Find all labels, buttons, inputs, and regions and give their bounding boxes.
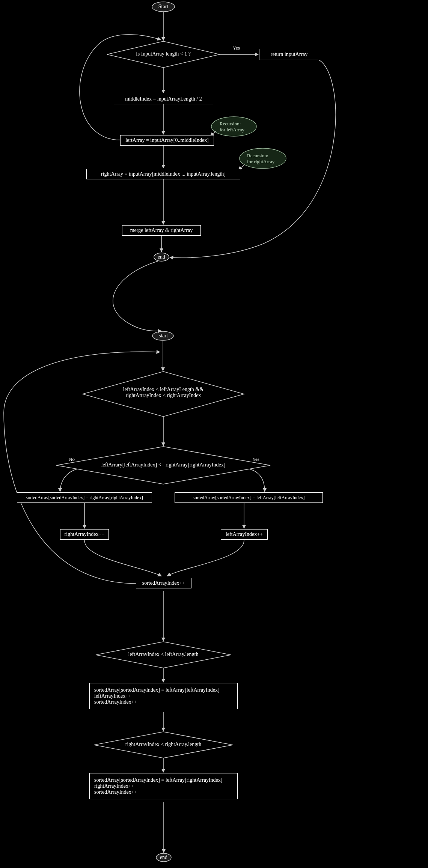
edge-yes1: Yes bbox=[233, 45, 240, 51]
edge-yes3: Yes bbox=[252, 456, 259, 462]
p-sr: sortedArray[sortedArrayIndex] = rightArr… bbox=[17, 492, 152, 503]
ann-right: Recursion: for rightArray bbox=[247, 153, 274, 165]
p-remR: sortedArray[sortedArrayIndex] = leftArra… bbox=[89, 773, 238, 799]
p-left: leftArray = inputArray[0..middleIndex] bbox=[120, 135, 214, 146]
end1: end bbox=[155, 254, 168, 260]
p-right: rightArray = inputArray[middleIndex ... … bbox=[86, 169, 240, 179]
ann-left: Recursion: for leftArray bbox=[220, 121, 244, 133]
flowchart-canvas: Start end start end Is InputArray length… bbox=[0, 0, 428, 868]
d4-label: leftArrayIndex < leftArray.length bbox=[120, 651, 206, 657]
d3-label: leftArrary[leftArrayIndex] <= rightArray… bbox=[86, 462, 240, 468]
p-remL: sortedArray[sortedArrayIndex] = leftArra… bbox=[89, 683, 238, 709]
p-return: return inputArray bbox=[259, 49, 319, 60]
start2: start bbox=[153, 332, 173, 339]
p-merge: merge leftArray & rightArray bbox=[122, 225, 201, 236]
edges-svg bbox=[0, 0, 428, 868]
d2-label: leftArrayIndex < leftArrayLength && righ… bbox=[113, 387, 214, 399]
p-mid: middleIndex = inputArrayLength / 2 bbox=[114, 94, 213, 104]
end2: end bbox=[157, 854, 170, 861]
edge-no3: No bbox=[69, 456, 75, 462]
d5-label: rightArrayIndex < rightArray.length bbox=[118, 742, 208, 748]
p-sinc: sortedArrayIndex++ bbox=[136, 578, 191, 588]
p-rinc: rightArrayIndex++ bbox=[60, 529, 109, 540]
d1-label: Is InputArray length < 1 ? bbox=[124, 51, 203, 57]
start1: Start bbox=[152, 3, 175, 11]
p-linc: leftArrayIndex++ bbox=[221, 529, 268, 540]
p-sl: sortedArray[sortedArrayIndex] = leftArra… bbox=[175, 492, 323, 503]
